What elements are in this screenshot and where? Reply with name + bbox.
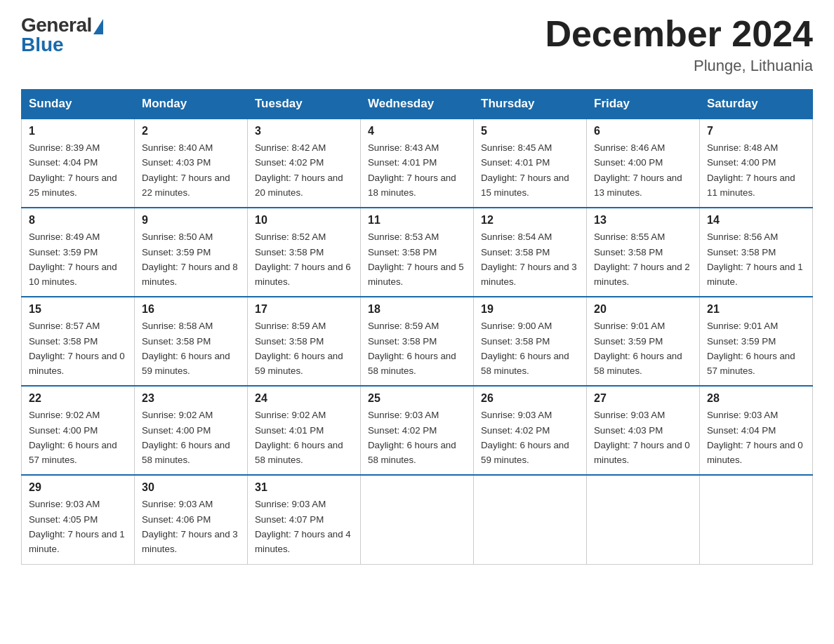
- day-number: 31: [255, 481, 353, 494]
- day-info: Sunrise: 8:40 AMSunset: 4:03 PMDaylight:…: [142, 140, 240, 200]
- day-info: Sunrise: 8:56 AMSunset: 3:58 PMDaylight:…: [707, 229, 805, 289]
- day-info: Sunrise: 9:03 AMSunset: 4:04 PMDaylight:…: [707, 408, 805, 467]
- day-info: Sunrise: 9:02 AMSunset: 4:01 PMDaylight:…: [255, 408, 353, 467]
- calendar-cell: 13 Sunrise: 8:55 AMSunset: 3:58 PMDaylig…: [587, 208, 700, 297]
- calendar-cell: 2 Sunrise: 8:40 AMSunset: 4:03 PMDayligh…: [135, 119, 248, 208]
- day-number: 14: [707, 214, 805, 227]
- day-number: 30: [142, 481, 240, 494]
- calendar-cell: 25 Sunrise: 9:03 AMSunset: 4:02 PMDaylig…: [361, 386, 474, 475]
- day-info: Sunrise: 8:42 AMSunset: 4:02 PMDaylight:…: [255, 140, 353, 200]
- day-number: 29: [29, 481, 127, 494]
- day-info: Sunrise: 9:01 AMSunset: 3:59 PMDaylight:…: [707, 318, 805, 378]
- calendar-cell: 22 Sunrise: 9:02 AMSunset: 4:00 PMDaylig…: [22, 386, 135, 475]
- calendar-cell: 3 Sunrise: 8:42 AMSunset: 4:02 PMDayligh…: [248, 119, 361, 208]
- calendar-cell: 31 Sunrise: 9:03 AMSunset: 4:07 PMDaylig…: [248, 475, 361, 564]
- day-info: Sunrise: 8:43 AMSunset: 4:01 PMDaylight:…: [368, 140, 466, 200]
- day-number: 5: [481, 125, 579, 137]
- day-number: 16: [142, 303, 240, 316]
- calendar-cell: 16 Sunrise: 8:58 AMSunset: 3:58 PMDaylig…: [135, 297, 248, 386]
- day-info: Sunrise: 8:54 AMSunset: 3:58 PMDaylight:…: [481, 229, 579, 289]
- header-wednesday: Wednesday: [361, 90, 474, 119]
- logo-triangle-icon: [93, 19, 103, 34]
- day-info: Sunrise: 9:03 AMSunset: 4:02 PMDaylight:…: [481, 408, 579, 467]
- day-info: Sunrise: 9:03 AMSunset: 4:07 PMDaylight:…: [255, 497, 353, 556]
- day-number: 27: [594, 392, 692, 405]
- day-info: Sunrise: 8:59 AMSunset: 3:58 PMDaylight:…: [255, 318, 353, 378]
- month-title: December 2024: [545, 14, 813, 54]
- calendar-cell: 10 Sunrise: 8:52 AMSunset: 3:58 PMDaylig…: [248, 208, 361, 297]
- header-row: SundayMondayTuesdayWednesdayThursdayFrid…: [22, 90, 813, 119]
- day-number: 8: [29, 214, 127, 227]
- calendar-cell: 14 Sunrise: 8:56 AMSunset: 3:58 PMDaylig…: [700, 208, 813, 297]
- day-info: Sunrise: 9:01 AMSunset: 3:59 PMDaylight:…: [594, 318, 692, 378]
- header-saturday: Saturday: [700, 90, 813, 119]
- day-number: 28: [707, 392, 805, 405]
- calendar-header: SundayMondayTuesdayWednesdayThursdayFrid…: [22, 90, 813, 119]
- calendar-cell: [361, 475, 474, 564]
- day-info: Sunrise: 9:02 AMSunset: 4:00 PMDaylight:…: [29, 408, 127, 467]
- day-number: 15: [29, 303, 127, 316]
- calendar-cell: 18 Sunrise: 8:59 AMSunset: 3:58 PMDaylig…: [361, 297, 474, 386]
- week-row: 1 Sunrise: 8:39 AMSunset: 4:04 PMDayligh…: [22, 119, 813, 208]
- header-monday: Monday: [135, 90, 248, 119]
- day-number: 23: [142, 392, 240, 405]
- day-number: 19: [481, 303, 579, 316]
- day-info: Sunrise: 8:59 AMSunset: 3:58 PMDaylight:…: [368, 318, 466, 378]
- day-info: Sunrise: 8:57 AMSunset: 3:58 PMDaylight:…: [29, 318, 127, 378]
- calendar-cell: 26 Sunrise: 9:03 AMSunset: 4:02 PMDaylig…: [474, 386, 587, 475]
- day-number: 10: [255, 214, 353, 227]
- calendar-cell: 20 Sunrise: 9:01 AMSunset: 3:59 PMDaylig…: [587, 297, 700, 386]
- day-info: Sunrise: 9:03 AMSunset: 4:02 PMDaylight:…: [368, 408, 466, 467]
- day-info: Sunrise: 9:00 AMSunset: 3:58 PMDaylight:…: [481, 318, 579, 378]
- day-number: 11: [368, 214, 466, 227]
- day-number: 21: [707, 303, 805, 316]
- calendar-cell: 8 Sunrise: 8:49 AMSunset: 3:59 PMDayligh…: [22, 208, 135, 297]
- day-info: Sunrise: 8:45 AMSunset: 4:01 PMDaylight:…: [481, 140, 579, 200]
- day-number: 9: [142, 214, 240, 227]
- header-thursday: Thursday: [474, 90, 587, 119]
- calendar-cell: 12 Sunrise: 8:54 AMSunset: 3:58 PMDaylig…: [474, 208, 587, 297]
- day-info: Sunrise: 9:02 AMSunset: 4:00 PMDaylight:…: [142, 408, 240, 467]
- calendar-cell: 9 Sunrise: 8:50 AMSunset: 3:59 PMDayligh…: [135, 208, 248, 297]
- day-number: 4: [368, 125, 466, 137]
- day-number: 25: [368, 392, 466, 405]
- day-info: Sunrise: 8:55 AMSunset: 3:58 PMDaylight:…: [594, 229, 692, 289]
- title-section: December 2024 Plunge, Lithuania: [545, 14, 813, 75]
- calendar-cell: 5 Sunrise: 8:45 AMSunset: 4:01 PMDayligh…: [474, 119, 587, 208]
- calendar-table: SundayMondayTuesdayWednesdayThursdayFrid…: [21, 89, 813, 564]
- calendar-cell: 23 Sunrise: 9:02 AMSunset: 4:00 PMDaylig…: [135, 386, 248, 475]
- day-number: 1: [29, 125, 127, 137]
- day-number: 13: [594, 214, 692, 227]
- day-number: 24: [255, 392, 353, 405]
- day-number: 20: [594, 303, 692, 316]
- week-row: 8 Sunrise: 8:49 AMSunset: 3:59 PMDayligh…: [22, 208, 813, 297]
- calendar-cell: 27 Sunrise: 9:03 AMSunset: 4:03 PMDaylig…: [587, 386, 700, 475]
- calendar-cell: 6 Sunrise: 8:46 AMSunset: 4:00 PMDayligh…: [587, 119, 700, 208]
- day-info: Sunrise: 8:49 AMSunset: 3:59 PMDaylight:…: [29, 229, 127, 289]
- day-number: 6: [594, 125, 692, 137]
- day-number: 7: [707, 125, 805, 137]
- calendar-cell: 7 Sunrise: 8:48 AMSunset: 4:00 PMDayligh…: [700, 119, 813, 208]
- calendar-cell: 4 Sunrise: 8:43 AMSunset: 4:01 PMDayligh…: [361, 119, 474, 208]
- day-info: Sunrise: 8:39 AMSunset: 4:04 PMDaylight:…: [29, 140, 127, 200]
- calendar-cell: 30 Sunrise: 9:03 AMSunset: 4:06 PMDaylig…: [135, 475, 248, 564]
- logo: General Blue: [21, 14, 103, 56]
- week-row: 22 Sunrise: 9:02 AMSunset: 4:00 PMDaylig…: [22, 386, 813, 475]
- day-number: 22: [29, 392, 127, 405]
- calendar-cell: 21 Sunrise: 9:01 AMSunset: 3:59 PMDaylig…: [700, 297, 813, 386]
- day-info: Sunrise: 8:46 AMSunset: 4:00 PMDaylight:…: [594, 140, 692, 200]
- calendar-cell: 15 Sunrise: 8:57 AMSunset: 3:58 PMDaylig…: [22, 297, 135, 386]
- week-row: 15 Sunrise: 8:57 AMSunset: 3:58 PMDaylig…: [22, 297, 813, 386]
- calendar-cell: 17 Sunrise: 8:59 AMSunset: 3:58 PMDaylig…: [248, 297, 361, 386]
- calendar-cell: 1 Sunrise: 8:39 AMSunset: 4:04 PMDayligh…: [22, 119, 135, 208]
- day-info: Sunrise: 8:52 AMSunset: 3:58 PMDaylight:…: [255, 229, 353, 289]
- day-number: 26: [481, 392, 579, 405]
- header-tuesday: Tuesday: [248, 90, 361, 119]
- day-info: Sunrise: 8:50 AMSunset: 3:59 PMDaylight:…: [142, 229, 240, 289]
- day-info: Sunrise: 9:03 AMSunset: 4:06 PMDaylight:…: [142, 497, 240, 556]
- calendar-cell: 29 Sunrise: 9:03 AMSunset: 4:05 PMDaylig…: [22, 475, 135, 564]
- calendar-cell: [474, 475, 587, 564]
- calendar-body: 1 Sunrise: 8:39 AMSunset: 4:04 PMDayligh…: [22, 119, 813, 564]
- calendar-cell: [700, 475, 813, 564]
- day-number: 12: [481, 214, 579, 227]
